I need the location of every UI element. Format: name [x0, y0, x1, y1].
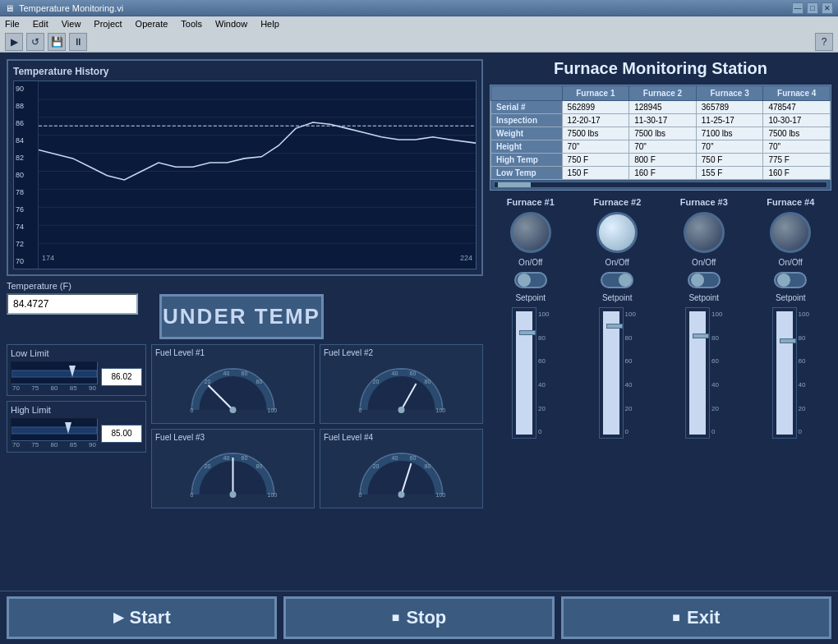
furnace-4-setpoint-slider[interactable]: [772, 307, 797, 439]
menu-view[interactable]: View: [60, 19, 83, 29]
stop-button[interactable]: ■ Stop: [283, 596, 554, 639]
furnace-1-onoff-label: On/Off: [518, 258, 542, 267]
fuel-gauges: Fuel Level #1 0 20: [151, 344, 483, 508]
exit-button[interactable]: ■ Exit: [561, 596, 831, 639]
furnace-2-toggle[interactable]: [601, 272, 633, 288]
station-title: Furnace Monitoring Station: [490, 59, 831, 78]
toolbar-refresh[interactable]: ↺: [26, 33, 44, 51]
menu-edit[interactable]: Edit: [31, 19, 50, 29]
menu-tools[interactable]: Tools: [179, 19, 204, 29]
svg-text:40: 40: [392, 455, 398, 461]
menu-project[interactable]: Project: [92, 19, 123, 29]
svg-text:80: 80: [425, 463, 431, 469]
table-cell: 7100 lbs: [696, 127, 763, 140]
table-row-label: Height: [491, 140, 563, 154]
furnace-4-light[interactable]: [770, 212, 811, 253]
furnace-3-toggle[interactable]: [688, 272, 721, 288]
table-cell: 70": [696, 140, 763, 154]
furnace-3-onoff-label: On/Off: [692, 258, 716, 267]
fuel-gauge-4-svg: 0 20 40 60 80 100: [324, 445, 479, 503]
table-row-label: Weight: [491, 127, 563, 140]
furnace-1-setpoint-slider[interactable]: [512, 307, 536, 439]
toolbar-help[interactable]: ?: [815, 33, 833, 51]
svg-rect-13: [12, 427, 97, 434]
svg-point-47: [398, 491, 405, 498]
furnace-2-light[interactable]: [596, 212, 638, 253]
toolbar-run[interactable]: ▶: [5, 33, 23, 51]
fuel-gauge-1-label: Fuel Level #1: [155, 348, 311, 357]
chart-area: 90 88 86 84 82 80 78 76 74 72 70: [13, 80, 477, 269]
svg-text:100: 100: [436, 492, 446, 498]
fuel-gauge-2-svg: 0 20 40 60 80 100: [324, 361, 479, 418]
svg-text:60: 60: [242, 455, 248, 461]
furnace-3-title: Furnace #3: [680, 197, 728, 207]
table-cell: 10-30-17: [763, 114, 831, 127]
table-header-empty: [491, 86, 563, 101]
furnace-3-setpoint-label: Setpoint: [688, 293, 719, 302]
start-button[interactable]: ▶ Start: [7, 596, 277, 639]
chart-y-axis: 90 88 86 84 82 80 78 76 74 72 70: [14, 81, 39, 269]
chart-x-labels: 174 224: [39, 254, 476, 269]
fuel-gauge-4: Fuel Level #4 0 20 40 60 80 100: [320, 429, 483, 508]
low-limit-ticks: 70 75 80 85 90: [11, 384, 98, 392]
svg-point-23: [230, 407, 237, 413]
furnace-1-toggle[interactable]: [514, 272, 547, 288]
menu-window[interactable]: Window: [214, 19, 249, 29]
furnace-3-light[interactable]: [684, 212, 725, 253]
low-limit-control: Low Limit 70: [7, 344, 146, 396]
low-limit-slider[interactable]: [11, 361, 98, 384]
svg-text:0: 0: [191, 492, 194, 498]
furnace-column-1: Furnace #1 On/Off Setpoint: [490, 197, 572, 439]
toolbar-save[interactable]: 💾: [48, 33, 66, 51]
furnace-1-setpoint-label: Setpoint: [515, 293, 546, 302]
minimize-button[interactable]: —: [792, 2, 803, 14]
furnace-controls: Furnace #1 On/Off Setpoint: [490, 197, 831, 439]
high-limit-ticks: 70 75 80 85 90: [11, 441, 98, 448]
table-row-label: Low Temp: [491, 167, 563, 180]
data-table-container: Furnace 1 Furnace 2 Furnace 3 Furnace 4 …: [490, 85, 831, 191]
data-table: Furnace 1 Furnace 2 Furnace 3 Furnace 4 …: [490, 85, 831, 180]
svg-rect-11: [12, 370, 97, 377]
high-limit-control: High Limit 70: [7, 401, 146, 453]
menu-bar: File Edit View Project Operate Tools Win…: [0, 16, 838, 31]
scrollbar-track[interactable]: [494, 182, 827, 188]
svg-text:20: 20: [373, 379, 380, 384]
start-icon: ▶: [113, 610, 123, 625]
menu-help[interactable]: Help: [259, 19, 281, 29]
stop-icon: ■: [392, 610, 400, 625]
svg-text:80: 80: [256, 379, 263, 384]
svg-text:80: 80: [425, 379, 431, 384]
menu-operate[interactable]: Operate: [134, 19, 170, 29]
high-limit-value[interactable]: 85.00: [101, 425, 142, 443]
table-header-f2: Furnace 2: [629, 86, 697, 101]
toolbar-pause[interactable]: ⏸: [69, 33, 87, 51]
table-row: Serial # 562899 128945 365789 478547: [491, 101, 831, 114]
furnace-column-4: Furnace #4 On/Off Setpoint: [750, 197, 832, 439]
low-limit-value[interactable]: 86.02: [101, 368, 142, 386]
high-limit-slider[interactable]: [11, 418, 98, 441]
table-cell: 775 F: [763, 154, 831, 167]
table-cell: 750 F: [562, 154, 629, 167]
table-cell: 7500 lbs: [629, 127, 697, 140]
table-cell: 750 F: [696, 154, 763, 167]
controls-row: Temperature (F) 84.4727 UNDER TEMP: [7, 281, 483, 339]
furnace-4-toggle[interactable]: [774, 272, 807, 288]
table-row: Inspection 12-20-17 11-30-17 11-25-17 10…: [491, 114, 831, 127]
svg-text:20: 20: [205, 463, 211, 469]
table-cell: 70": [629, 140, 697, 154]
furnace-3-setpoint-slider[interactable]: [685, 307, 710, 439]
scrollbar-thumb: [498, 182, 531, 187]
furnace-2-setpoint-slider[interactable]: [599, 307, 624, 439]
under-temp-text: UNDER TEMP: [163, 304, 320, 329]
svg-text:100: 100: [268, 407, 278, 413]
furnace-1-light[interactable]: [510, 212, 551, 253]
table-cell: 12-20-17: [562, 114, 629, 127]
furnace-4-onoff-label: On/Off: [779, 258, 803, 267]
close-button[interactable]: ✕: [822, 2, 833, 14]
table-cell: 128945: [629, 101, 697, 114]
table-row-label: Inspection: [491, 114, 563, 127]
menu-file[interactable]: File: [3, 19, 21, 29]
svg-point-39: [230, 491, 237, 498]
furnace-2-setpoint-label: Setpoint: [602, 293, 633, 302]
maximize-button[interactable]: □: [807, 2, 818, 14]
